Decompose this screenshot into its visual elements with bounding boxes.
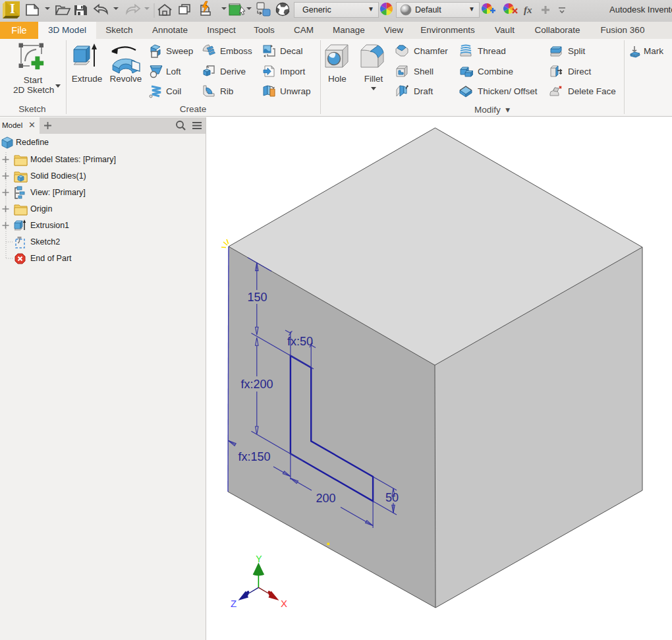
- svg-text:Sketch2: Sketch2: [30, 237, 60, 247]
- svg-text:Extrusion1: Extrusion1: [30, 221, 69, 230]
- svg-text:150: 150: [247, 291, 267, 304]
- svg-text:50: 50: [385, 491, 399, 504]
- svg-text:Solid Bodies(1): Solid Bodies(1): [30, 171, 86, 181]
- svg-text:fx:50: fx:50: [287, 335, 313, 348]
- svg-text:End of Part: End of Part: [30, 254, 72, 263]
- svg-text:200: 200: [316, 492, 335, 505]
- svg-text:X: X: [281, 598, 287, 609]
- svg-text:Origin: Origin: [30, 204, 52, 214]
- svg-text:Model States: [Primary]: Model States: [Primary]: [30, 155, 116, 164]
- svg-text:Y: Y: [256, 554, 262, 564]
- svg-text:fx:200: fx:200: [240, 378, 273, 391]
- svg-text:fx: fx: [524, 5, 532, 15]
- svg-text:Redefine: Redefine: [16, 138, 49, 147]
- svg-text:I: I: [10, 1, 15, 16]
- svg-text:View: [Primary]: View: [Primary]: [30, 188, 86, 197]
- svg-text:Z: Z: [231, 598, 237, 609]
- svg-text:fx:150: fx:150: [238, 450, 270, 463]
